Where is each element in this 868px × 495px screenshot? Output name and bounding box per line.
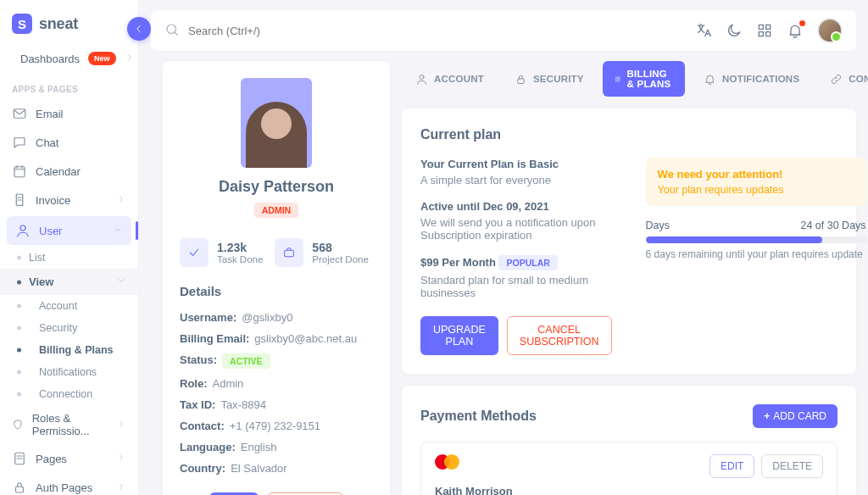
nav-user[interactable]: User <box>7 216 131 245</box>
svg-rect-4 <box>16 487 24 492</box>
section-apps-pages: APPS & PAGES <box>0 73 138 99</box>
pages-icon <box>12 451 27 466</box>
plan-name-line: Your Current Plan is Basic <box>420 158 612 170</box>
svg-rect-16 <box>518 78 525 83</box>
settings-tabs: ACCOUNT SECURITY BILLING & PLANS NOTIFIC… <box>402 61 856 97</box>
nav-view-connection[interactable]: Connection <box>0 383 138 405</box>
delete-card-button[interactable]: DELETE <box>761 454 823 478</box>
popular-badge: POPULAR <box>498 255 557 270</box>
nav-label: Auth Pages <box>36 481 92 494</box>
cancel-subscription-button[interactable]: CANCEL SUBSCRIPTION <box>507 316 612 355</box>
sidebar: S sneat Dashboards New APPS & PAGES Emai… <box>0 0 139 495</box>
svg-rect-11 <box>766 25 771 29</box>
plan-price-desc: Standard plan for small to medium busine… <box>420 274 612 299</box>
tab-account[interactable]: ACCOUNT <box>403 61 496 97</box>
nav-label: User <box>39 225 62 237</box>
nav-auth-pages[interactable]: Auth Pages <box>0 473 138 495</box>
details-heading: Details <box>180 284 373 298</box>
topbar-actions <box>695 18 843 43</box>
notifications-icon[interactable] <box>787 22 804 39</box>
apps-grid-icon[interactable] <box>756 22 773 39</box>
tab-notifications[interactable]: NOTIFICATIONS <box>692 61 811 97</box>
nav-invoice[interactable]: Invoice <box>0 186 138 214</box>
user-avatar <box>241 78 312 168</box>
mastercard-icon <box>435 454 698 475</box>
chevron-right-icon <box>116 194 126 207</box>
chevron-right-icon <box>116 481 126 494</box>
nav-calendar[interactable]: Calendar <box>0 157 138 186</box>
nav-pages[interactable]: Pages <box>0 444 138 473</box>
plan-name-desc: A simple start for everyone <box>420 174 612 186</box>
nav-label: Pages <box>36 453 67 465</box>
payment-methods-card: Payment Methods +ADD CARD Kaith Morrison… <box>402 386 856 495</box>
plan-active-until: Active until Dec 09, 2021 <box>420 200 612 213</box>
nav-view-security[interactable]: Security <box>0 317 138 339</box>
search-icon <box>164 22 180 40</box>
alert-desc: Your plan requires updates <box>658 184 854 196</box>
nav-email[interactable]: Email <box>0 99 138 128</box>
new-badge: New <box>88 52 116 65</box>
chevron-right-icon <box>116 419 126 431</box>
invoice-icon <box>12 192 27 208</box>
nav-label: Invoice <box>36 194 70 207</box>
language-icon[interactable] <box>695 22 712 39</box>
brand-logo[interactable]: S sneat <box>0 0 138 44</box>
card-holder: Kaith Morrison <box>435 485 698 495</box>
svg-rect-13 <box>766 32 771 36</box>
add-card-button[interactable]: +ADD CARD <box>753 404 837 428</box>
theme-toggle-icon[interactable] <box>726 22 743 39</box>
chevron-down-icon <box>116 275 126 288</box>
nav-dashboards[interactable]: Dashboards New <box>0 44 138 73</box>
svg-point-15 <box>420 75 424 79</box>
briefcase-icon <box>275 238 303 267</box>
user-profile-card: Daisy Patterson ADMIN 1.23k Task Done 56… <box>163 61 390 495</box>
user-icon <box>15 223 31 238</box>
sidebar-collapse-button[interactable] <box>127 17 151 41</box>
payment-method-row: Kaith Morrison **** **** **** 9856 EDIT … <box>420 442 837 495</box>
upgrade-plan-button[interactable]: UPGRADE PLAN <box>420 316 498 355</box>
main-content: Daisy Patterson ADMIN 1.23k Task Done 56… <box>151 0 868 495</box>
nav-label: Email <box>36 108 64 120</box>
status-badge: ACTIVE <box>222 353 270 369</box>
chevron-right-icon <box>125 53 135 65</box>
nav-chat[interactable]: Chat <box>0 128 138 157</box>
days-progress <box>646 236 866 243</box>
chat-icon <box>12 135 27 150</box>
projects-label: Project Done <box>312 254 368 264</box>
nav-label: Calendar <box>36 165 81 178</box>
edit-card-button[interactable]: EDIT <box>709 454 754 478</box>
nav-roles[interactable]: Roles & Permissio... <box>0 405 138 444</box>
svg-point-2 <box>20 225 25 231</box>
tasks-count: 1.23k <box>217 241 263 254</box>
nav-user-list[interactable]: List <box>0 247 138 269</box>
days-value: 24 of 30 Days <box>800 220 865 231</box>
svg-rect-12 <box>759 32 763 36</box>
svg-rect-10 <box>759 25 763 29</box>
calendar-icon <box>12 164 27 179</box>
nav-label: Chat <box>36 136 58 149</box>
nav-user-view[interactable]: View <box>0 269 138 295</box>
plan-price: $99 Per Month POPULAR <box>420 255 612 270</box>
svg-rect-14 <box>285 250 294 256</box>
user-name: Daisy Patterson <box>180 178 373 196</box>
tab-billing[interactable]: BILLING & PLANS <box>603 61 685 97</box>
chevron-down-icon <box>113 225 123 237</box>
payment-methods-title: Payment Methods <box>420 409 537 424</box>
shield-icon <box>12 417 24 432</box>
search-input[interactable] <box>188 25 409 37</box>
attention-alert: We need your attention! Your plan requir… <box>646 158 866 206</box>
chevron-right-icon <box>116 453 126 465</box>
days-note: 6 days remaining until your plan require… <box>646 248 866 260</box>
nav-view-account[interactable]: Account <box>0 295 138 317</box>
current-plan-card: Current plan Your Current Plan is Basic … <box>402 108 856 374</box>
nav-view-billing[interactable]: Billing & Plans <box>0 339 138 361</box>
tab-security[interactable]: SECURITY <box>503 61 596 97</box>
nav-view-notifications[interactable]: Notifications <box>0 361 138 383</box>
check-icon <box>180 238 209 267</box>
mail-icon <box>12 106 27 121</box>
tab-connections[interactable]: CONNECTIONS <box>818 61 868 97</box>
topbar <box>151 10 856 51</box>
current-user-avatar[interactable] <box>817 18 843 43</box>
global-search[interactable] <box>164 22 695 40</box>
brand-name: sneat <box>39 15 78 33</box>
